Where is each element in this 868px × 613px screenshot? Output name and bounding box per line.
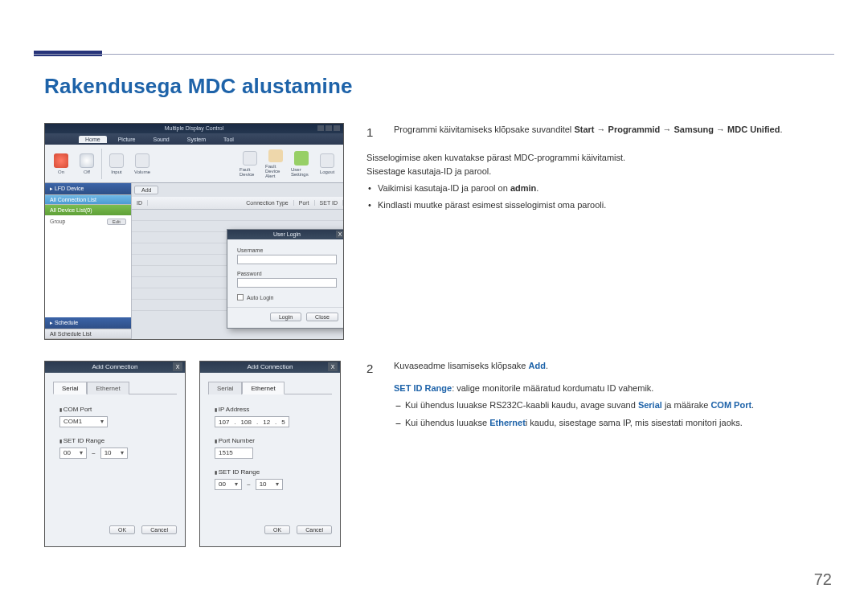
toolbar-off[interactable]: Off — [76, 149, 98, 179]
toolbar-logout[interactable]: Logout — [316, 149, 338, 179]
menu-tab-tool[interactable]: Tool — [217, 136, 240, 143]
add-button[interactable]: Add — [134, 186, 158, 194]
window-buttons — [317, 125, 340, 131]
instructions-step-2: 2 Kuvaseadme lisamiseks klõpsake Add. SE… — [366, 359, 831, 441]
step1-bullet-2: Kindlasti muutke pärast esimest sisselog… — [378, 198, 831, 212]
grid-rows: User Login X Username Password — [132, 210, 343, 339]
port-number-input[interactable]: 1515 — [215, 447, 253, 459]
toolbar-input[interactable]: Input — [105, 149, 128, 179]
login-username-label: Username — [237, 247, 337, 253]
side-conn-list[interactable]: All Connection List — [45, 194, 131, 205]
menu-bar: Home Picture Sound System Tool — [45, 133, 343, 145]
side-edit-button[interactable]: Edit — [107, 219, 126, 225]
menu-tab-system[interactable]: System — [181, 136, 212, 143]
toolbar-fault-device[interactable]: Fault Device — [239, 149, 261, 179]
side-hdr-schedule[interactable]: ▸ Schedule — [45, 317, 131, 329]
setid-range-label: SET ID Range — [215, 468, 326, 476]
login-dialog: User Login X Username Password — [227, 229, 344, 329]
toolbar-volume[interactable]: Volume — [131, 149, 154, 179]
login-username-input[interactable] — [237, 255, 337, 264]
step-2-add: Add — [529, 361, 546, 370]
step2-dash-2: Kui ühendus luuakse Etherneti kaudu, sis… — [405, 416, 831, 431]
page-number: 72 — [814, 570, 832, 589]
columns-header: ID Connection Type Port SET ID — [132, 197, 343, 210]
col-id: ID — [132, 200, 148, 206]
step-1-text: Programmi käivitamiseks klõpsake suvandi… — [394, 125, 574, 134]
setid-to[interactable]: 10 — [100, 447, 128, 459]
step-1-menu-path: Start → Programmid → Samsung → MDC Unifi… — [574, 125, 780, 134]
tab-serial[interactable]: Serial — [53, 382, 87, 394]
port-number-label: Port Number — [215, 437, 326, 444]
tab-ethernet[interactable]: Ethernet — [242, 382, 284, 394]
add-conn-title: Add Connection X — [45, 362, 185, 373]
tab-ethernet[interactable]: Ethernet — [87, 382, 129, 394]
close-icon[interactable]: X — [328, 362, 338, 371]
step1-line3: Sisestage kasutaja-ID ja parool. — [366, 165, 831, 178]
step2-setid-desc: : valige monitorile määratud kordumatu I… — [452, 383, 653, 393]
col-setid: SET ID — [315, 200, 343, 206]
step1-line2: Sisselogimise aken kuvatakse pärast MDC-… — [366, 151, 831, 165]
side-group-label: Group — [50, 219, 65, 225]
side-group-row: Group Edit — [50, 219, 126, 225]
login-title: User Login X — [227, 230, 344, 239]
step-2-text: Kuvaseadme lisamiseks klõpsake — [394, 361, 529, 370]
step2-setid: SET ID Range — [394, 383, 452, 393]
ok-button[interactable]: OK — [264, 525, 290, 534]
toolbar-fault-alert[interactable]: Fault Device Alert — [264, 149, 287, 179]
login-close-button[interactable]: Close — [306, 313, 338, 321]
window-title: Multiple Display Control — [165, 125, 224, 131]
com-port-label: COM Port — [59, 406, 170, 413]
setid-from[interactable]: 00 — [59, 447, 87, 459]
toolbar-user-settings[interactable]: User Settings — [290, 149, 313, 179]
page-title: Rakendusega MDC alustamine — [44, 74, 353, 99]
toolbar-on[interactable]: On — [50, 149, 72, 179]
side-hdr-devlist[interactable]: All Device List(0) — [45, 205, 131, 215]
cancel-button[interactable]: Cancel — [297, 525, 332, 534]
login-password-label: Password — [237, 271, 337, 276]
close-icon[interactable]: X — [173, 362, 182, 371]
login-password-input[interactable] — [237, 278, 337, 288]
figure-add-connection-serial: Add Connection X Serial Ethernet COM Por… — [44, 361, 186, 547]
main-panel: Add ID Connection Type Port SET ID User … — [132, 183, 343, 339]
col-type: Connection Type — [241, 200, 293, 206]
step1-bullet-1: Vaikimisi kasutaja-ID ja parool on admin… — [378, 182, 831, 195]
setid-to[interactable]: 10 — [256, 479, 283, 490]
close-icon[interactable]: X — [336, 231, 344, 238]
checkbox-icon[interactable] — [237, 294, 244, 300]
ip-address-label: IP Address — [215, 406, 326, 413]
col-port: Port — [294, 200, 315, 206]
step-1-number: 1 — [366, 123, 383, 141]
setid-from[interactable]: 00 — [215, 479, 242, 490]
figure-mdc-main: Multiple Display Control Home Picture So… — [44, 123, 344, 340]
login-auto-row[interactable]: Auto Login — [237, 294, 337, 300]
login-submit-button[interactable]: Login — [270, 313, 301, 321]
ok-button[interactable]: OK — [109, 525, 135, 534]
login-auto-label: Auto Login — [247, 295, 273, 300]
sidebar: ▸ LFD Device All Connection List All Dev… — [45, 183, 132, 339]
tab-serial[interactable]: Serial — [208, 382, 242, 394]
ip-address-input[interactable]: 107 108 12 5 — [215, 416, 289, 427]
toolbar: On Off Input Volume Fault Device Fault D… — [45, 145, 343, 183]
menu-tab-picture[interactable]: Picture — [112, 136, 142, 143]
header-rule — [34, 54, 834, 55]
instructions-step-1: 1 Programmi käivitamiseks klõpsake suvan… — [366, 123, 831, 215]
figure-add-connection-ethernet: Add Connection X Serial Ethernet IP Addr… — [199, 361, 341, 547]
side-hdr-lfd[interactable]: ▸ LFD Device — [45, 183, 131, 194]
setid-range-label: SET ID Range — [59, 437, 170, 444]
menu-tab-home[interactable]: Home — [79, 136, 107, 143]
menu-tab-sound[interactable]: Sound — [146, 136, 175, 143]
step-2-number: 2 — [366, 359, 383, 378]
add-conn-title: Add Connection X — [200, 362, 340, 373]
cancel-button[interactable]: Cancel — [141, 525, 177, 534]
side-schedule-list[interactable]: All Schedule List — [45, 329, 131, 339]
step2-dash-1: Kui ühendus luuakse RS232C-kaabli kaudu,… — [405, 398, 831, 413]
window-titlebar: Multiple Display Control — [45, 124, 343, 133]
com-port-select[interactable]: COM1 — [59, 416, 108, 427]
